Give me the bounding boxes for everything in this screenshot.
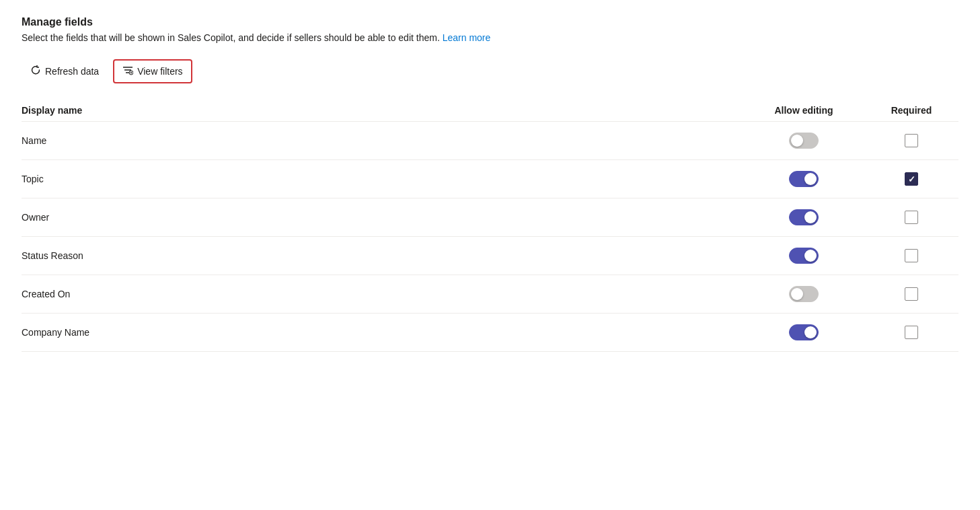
col-header-display-name: Display name <box>22 105 743 116</box>
page-subtitle: Select the fields that will be shown in … <box>22 32 958 43</box>
view-filters-button[interactable]: View filters <box>113 59 192 83</box>
allow-editing-toggle-status-reason[interactable] <box>789 248 819 264</box>
required-checkbox-topic[interactable] <box>905 172 918 186</box>
required-checkbox-created-on[interactable] <box>905 287 918 301</box>
allow-editing-toggle-company-name[interactable] <box>789 324 819 340</box>
field-display-name: Status Reason <box>22 250 743 261</box>
col-header-required: Required <box>864 105 958 116</box>
table-row: Status Reason <box>22 237 958 275</box>
field-display-name: Topic <box>22 174 743 184</box>
filter-icon <box>122 65 133 78</box>
toolbar: Refresh data View filters <box>22 59 958 83</box>
refresh-label: Refresh data <box>45 66 99 77</box>
table-row: Topic <box>22 160 958 198</box>
allow-editing-toggle-owner[interactable] <box>789 209 819 225</box>
field-display-name: Company Name <box>22 327 743 338</box>
allow-editing-toggle-name[interactable] <box>789 133 819 149</box>
required-checkbox-owner[interactable] <box>905 211 918 224</box>
table-header: Display name Allow editing Required <box>22 100 958 122</box>
allow-editing-toggle-topic[interactable] <box>789 171 819 187</box>
filter-label: View filters <box>137 66 182 77</box>
required-checkbox-company-name[interactable] <box>905 326 918 339</box>
required-checkbox-status-reason[interactable] <box>905 249 918 262</box>
refresh-data-button[interactable]: Refresh data <box>22 60 108 83</box>
field-display-name: Name <box>22 135 743 146</box>
field-display-name: Created On <box>22 289 743 299</box>
field-display-name: Owner <box>22 212 743 223</box>
page-title: Manage fields <box>22 16 958 28</box>
table-row: Company Name <box>22 314 958 352</box>
required-checkbox-name[interactable] <box>905 134 918 147</box>
table-row: Created On <box>22 275 958 314</box>
fields-table: Display name Allow editing Required Name… <box>22 100 958 352</box>
allow-editing-toggle-created-on[interactable] <box>789 286 819 302</box>
refresh-icon <box>30 65 41 78</box>
col-header-allow-editing: Allow editing <box>743 105 864 116</box>
learn-more-link[interactable]: Learn more <box>443 32 491 43</box>
table-row: Owner <box>22 198 958 237</box>
table-row: Name <box>22 122 958 160</box>
